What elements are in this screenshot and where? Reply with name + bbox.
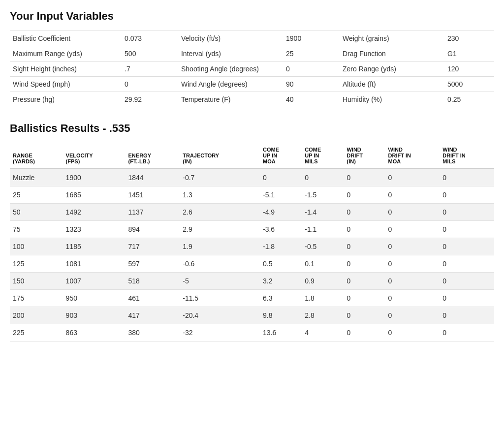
input-label: Interval (yds)	[171, 46, 283, 62]
results-cell-velocity: 950	[63, 290, 126, 307]
input-row: Wind Speed (mph) 0 Wind Angle (degrees) …	[10, 77, 494, 92]
results-cell-comeup_moa: 9.8	[260, 307, 302, 324]
results-cell-range: Muzzle	[10, 169, 63, 186]
results-cell-energy: 380	[126, 324, 180, 341]
input-value: 500	[122, 46, 171, 62]
results-cell-comeup_mils: 4	[302, 324, 344, 341]
results-cell-wind_drift_mils: 0	[440, 290, 494, 307]
results-col-header-wind_drift: WIND DRIFT (IN)	[344, 143, 385, 169]
results-cell-energy: 518	[126, 273, 180, 290]
ballistics-results-title: Ballistics Results - .535	[10, 122, 494, 135]
input-row: Ballistic Coefficient 0.073 Velocity (ft…	[10, 31, 494, 46]
results-cell-trajectory: -20.4	[180, 307, 260, 324]
input-value: 1900	[283, 31, 333, 46]
results-cell-trajectory: 1.3	[180, 186, 260, 204]
results-cell-wind_drift_moa: 0	[385, 186, 440, 204]
results-col-header-wind_drift_mils: WIND DRIFT IN MILS	[440, 143, 494, 169]
input-variables-section: Your Input Variables Ballistic Coefficie…	[10, 10, 494, 107]
results-cell-velocity: 1685	[63, 186, 126, 204]
results-cell-energy: 1844	[126, 169, 180, 186]
results-cell-comeup_mils: 2.8	[302, 307, 344, 324]
results-cell-velocity: 1900	[63, 169, 126, 186]
results-cell-wind_drift_moa: 0	[385, 169, 440, 186]
results-cell-velocity: 903	[63, 307, 126, 324]
results-cell-comeup_mils: -1.1	[302, 221, 344, 238]
results-cell-wind_drift_mils: 0	[440, 221, 494, 238]
results-col-header-comeup_moa: COME UP IN MOA	[260, 143, 302, 169]
results-cell-comeup_moa: -3.6	[260, 221, 302, 238]
input-value: 230	[444, 31, 494, 46]
results-cell-wind_drift: 0	[344, 221, 385, 238]
results-cell-comeup_moa: -5.1	[260, 186, 302, 204]
results-cell-comeup_mils: 0.9	[302, 273, 344, 290]
results-table-row: 7513238942.9-3.6-1.1000	[10, 221, 494, 238]
results-cell-velocity: 1081	[63, 255, 126, 273]
results-cell-energy: 717	[126, 238, 180, 255]
results-cell-range: 25	[10, 186, 63, 204]
results-cell-comeup_moa: 6.3	[260, 290, 302, 307]
results-cell-energy: 1451	[126, 186, 180, 204]
results-cell-wind_drift_moa: 0	[385, 255, 440, 273]
results-cell-wind_drift_mils: 0	[440, 307, 494, 324]
results-cell-comeup_moa: 0	[260, 169, 302, 186]
input-variables-table: Ballistic Coefficient 0.073 Velocity (ft…	[10, 31, 494, 107]
results-cell-velocity: 1007	[63, 273, 126, 290]
results-cell-wind_drift: 0	[344, 238, 385, 255]
results-cell-range: 175	[10, 290, 63, 307]
input-label: Temperature (F)	[171, 92, 283, 107]
results-cell-trajectory: 1.9	[180, 238, 260, 255]
results-cell-wind_drift_mils: 0	[440, 273, 494, 290]
results-col-header-velocity: VELOCITY (FPS)	[63, 143, 126, 169]
input-label: Maximum Range (yds)	[10, 46, 122, 62]
results-header-row: RANGE (YARDS)VELOCITY (FPS)ENERGY (FT.-L…	[10, 143, 494, 169]
results-cell-wind_drift: 0	[344, 290, 385, 307]
results-cell-comeup_mils: 0.1	[302, 255, 344, 273]
results-cell-comeup_mils: -1.5	[302, 186, 344, 204]
input-label: Wind Speed (mph)	[10, 77, 122, 92]
results-cell-wind_drift_moa: 0	[385, 290, 440, 307]
input-label: Weight (grains)	[333, 31, 444, 46]
results-cell-wind_drift: 0	[344, 324, 385, 341]
results-cell-wind_drift: 0	[344, 169, 385, 186]
results-col-header-comeup_mils: COME UP IN MILS	[302, 143, 344, 169]
input-label: Wind Angle (degrees)	[171, 77, 283, 92]
results-cell-energy: 1137	[126, 204, 180, 221]
results-table-row: 1501007518-53.20.9000	[10, 273, 494, 290]
input-value: .7	[122, 62, 171, 77]
results-table-row: 200903417-20.49.82.8000	[10, 307, 494, 324]
results-cell-wind_drift_mils: 0	[440, 169, 494, 186]
input-value: 90	[283, 77, 333, 92]
results-cell-comeup_mils: 1.8	[302, 290, 344, 307]
results-table: RANGE (YARDS)VELOCITY (FPS)ENERGY (FT.-L…	[10, 143, 494, 341]
results-cell-comeup_mils: 0	[302, 169, 344, 186]
results-cell-wind_drift: 0	[344, 186, 385, 204]
input-label: Zero Range (yds)	[333, 62, 444, 77]
results-cell-range: 225	[10, 324, 63, 341]
results-cell-wind_drift_mils: 0	[440, 204, 494, 221]
results-cell-trajectory: -11.5	[180, 290, 260, 307]
input-value: 0	[283, 62, 333, 77]
input-row: Sight Height (inches) .7 Shooting Angle …	[10, 62, 494, 77]
input-value: 120	[444, 62, 494, 77]
results-cell-comeup_moa: 3.2	[260, 273, 302, 290]
results-cell-velocity: 1185	[63, 238, 126, 255]
results-cell-trajectory: 2.9	[180, 221, 260, 238]
results-cell-wind_drift_moa: 0	[385, 238, 440, 255]
results-cell-trajectory: -0.6	[180, 255, 260, 273]
input-value: 0.073	[122, 31, 171, 46]
results-cell-comeup_moa: 13.6	[260, 324, 302, 341]
results-cell-energy: 597	[126, 255, 180, 273]
input-value: 25	[283, 46, 333, 62]
input-value: 0.25	[444, 92, 494, 107]
results-cell-trajectory: -32	[180, 324, 260, 341]
results-table-row: Muzzle19001844-0.700000	[10, 169, 494, 186]
results-cell-velocity: 1492	[63, 204, 126, 221]
results-cell-trajectory: 2.6	[180, 204, 260, 221]
results-cell-wind_drift_moa: 0	[385, 324, 440, 341]
results-cell-trajectory: -0.7	[180, 169, 260, 186]
input-value: 29.92	[122, 92, 171, 107]
results-col-header-trajectory: TRAJECTORY (IN)	[180, 143, 260, 169]
input-value: 5000	[444, 77, 494, 92]
results-cell-velocity: 863	[63, 324, 126, 341]
results-cell-wind_drift_mils: 0	[440, 324, 494, 341]
